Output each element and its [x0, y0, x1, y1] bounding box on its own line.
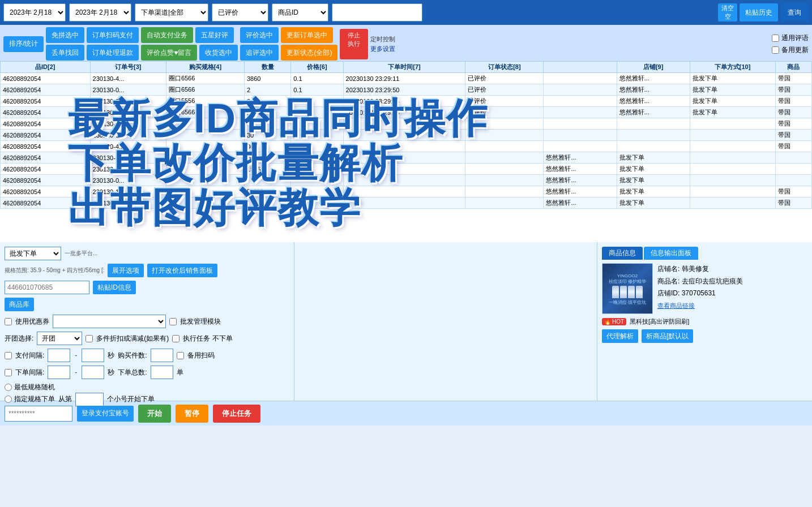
- buy-count-input[interactable]: 2: [151, 349, 173, 362]
- from-value-input[interactable]: 52: [75, 393, 104, 406]
- date-from-select[interactable]: 2023年 2月18日: [3, 3, 66, 22]
- order-interval-checkbox[interactable]: [5, 369, 12, 376]
- table-cell: [166, 118, 244, 130]
- channel-select[interactable]: 下单渠道|全部: [135, 3, 208, 22]
- order-to-input[interactable]: 1: [82, 366, 104, 379]
- follow-review-button[interactable]: 追评选中: [240, 45, 279, 61]
- table-cell: 圈口5556: [166, 96, 244, 107]
- table-cell: [617, 130, 690, 141]
- free-select-button[interactable]: 免拼选中: [46, 27, 84, 43]
- table-cell: 46208892054: [1, 118, 91, 130]
- table-row[interactable]: 46208892054230130-0...圈口656620.120230130…: [1, 107, 812, 118]
- table-cell: [291, 186, 343, 197]
- col-header-extra: [544, 62, 617, 73]
- login-button[interactable]: 登录支付宝账号: [77, 406, 134, 422]
- table-cell: [544, 130, 617, 141]
- radio-item-2: 指定规格下单: [5, 394, 55, 404]
- table-row[interactable]: 46208892054230130-0...圈口656620.120230130…: [1, 84, 812, 96]
- scan-pay-button[interactable]: 订单扫码支付: [87, 27, 139, 43]
- table-cell: [343, 164, 465, 175]
- search-input[interactable]: [332, 3, 422, 22]
- five-star-button[interactable]: 五星好评: [195, 27, 234, 43]
- group-select[interactable]: 开团: [37, 332, 82, 345]
- table-row[interactable]: 46208892054230130-4...圈口656638600.120230…: [1, 73, 812, 84]
- radio-specified-spec[interactable]: [5, 396, 12, 403]
- table-cell: [166, 152, 244, 164]
- shop-id-row: 店铺ID: 370705631: [657, 287, 807, 300]
- update-status-button[interactable]: 更新状态(全部): [281, 45, 337, 61]
- sort-stats-button[interactable]: 排序/统计: [3, 36, 44, 52]
- backup-scan-checkbox[interactable]: [177, 352, 184, 359]
- pause-button[interactable]: 暂停: [176, 405, 208, 423]
- output-panel-tab[interactable]: 信息输出面板: [644, 247, 698, 260]
- review-like-button[interactable]: 评价点赞♥留言: [141, 45, 197, 61]
- receive-select-button[interactable]: 收货选中: [199, 45, 238, 61]
- table-row[interactable]: 46208892054230130-6...30悠然雅轩...批发下单: [1, 152, 812, 164]
- no-order-checkbox[interactable]: [172, 335, 180, 342]
- goods-select[interactable]: 商品ID: [272, 3, 328, 22]
- table-row[interactable]: 46208892054230130-4...悠然雅轩...批发下单带国: [1, 197, 812, 209]
- table-cell: [166, 197, 244, 209]
- open-panel-btn[interactable]: 打开改价后销售面板: [147, 264, 217, 277]
- pay-to-input[interactable]: 1: [82, 349, 104, 362]
- backup-scan-label: 备用扫码: [187, 351, 215, 360]
- query-button[interactable]: 查询: [780, 3, 809, 22]
- product-link[interactable]: 查看商品链接: [657, 302, 695, 309]
- product-info-tab[interactable]: 商品信息: [602, 247, 643, 260]
- pay-interval-checkbox[interactable]: [5, 352, 12, 359]
- table-cell: [291, 197, 343, 209]
- order-mode-select[interactable]: 批发下单: [5, 247, 61, 260]
- generic-review-checkbox[interactable]: [772, 35, 779, 42]
- multi-discount-checkbox[interactable]: [86, 335, 93, 342]
- stop-button[interactable]: 停止任务: [213, 405, 260, 423]
- table-cell: 230130-4...: [90, 73, 166, 84]
- table-cell: 230130-1...: [90, 186, 166, 197]
- review-select-button[interactable]: 评价选中: [240, 27, 279, 43]
- stop-execute-button[interactable]: 停止执行: [340, 29, 368, 59]
- hot-badge: 🔥HOT: [602, 318, 626, 325]
- order-total-input[interactable]: 51: [151, 366, 173, 379]
- clear-button[interactable]: 清空 空: [718, 3, 737, 22]
- auto-pay-button[interactable]: 自动支付业务: [141, 27, 193, 43]
- table-cell: [343, 197, 465, 209]
- table-cell: 批发下单: [690, 96, 775, 107]
- date-to-select[interactable]: 2023年 2月18日: [69, 3, 131, 22]
- table-row[interactable]: 46208892054230130-0...悠然雅轩...批发下单: [1, 175, 812, 186]
- refund-button[interactable]: 订单处理退款: [87, 45, 139, 61]
- lost-order-button[interactable]: 丢单找回: [46, 45, 84, 61]
- table-cell: 已评价: [465, 96, 544, 107]
- shop-name-row: 店铺名: 韩美修复: [657, 263, 807, 276]
- table-row[interactable]: 46208892054230130-1...口618悠然雅轩...批发下单带国: [1, 186, 812, 197]
- order-from-input[interactable]: 1: [48, 366, 70, 379]
- agency-row: 代理解析 析商品[默认以: [602, 329, 807, 343]
- password-input[interactable]: [5, 406, 72, 422]
- start-button[interactable]: 开始: [138, 405, 171, 423]
- product-image: YINGOO2祛痘淡印 修护精华 一晚消痘·填平痘坑: [602, 263, 653, 314]
- order-interval-row: 下单间隔: 1 - 1 秒 下单总数: 51 单: [5, 366, 289, 379]
- coupon-select[interactable]: [53, 315, 166, 328]
- table-cell: 46208892054: [1, 164, 91, 175]
- paste-history-button[interactable]: 粘贴历史: [740, 3, 778, 22]
- table-row[interactable]: 46208892054230130-0...带国: [1, 118, 812, 130]
- radio-lowest-spec[interactable]: [5, 384, 12, 391]
- status-select[interactable]: 已评价: [212, 3, 268, 22]
- update-order-button[interactable]: 更新订单选中: [281, 27, 333, 43]
- table-cell: 230130-0...: [90, 107, 166, 118]
- backup-update-checkbox[interactable]: [772, 46, 779, 54]
- expand-btn[interactable]: 展开选项: [108, 264, 144, 277]
- table-cell: [465, 152, 544, 164]
- table-row[interactable]: 46208892054230130-5...15758悠然雅轩...批发下单: [1, 164, 812, 175]
- coupon-checkbox[interactable]: [5, 318, 12, 325]
- id-input[interactable]: [5, 281, 89, 294]
- settings-box: 定时控制 更多设置: [370, 35, 395, 53]
- warehouse-button[interactable]: 商品库: [5, 298, 34, 311]
- table-row[interactable]: 46208892054230130-3...圈口555620.120230130…: [1, 96, 812, 107]
- paste-id-button[interactable]: 粘贴ID信息: [93, 281, 136, 294]
- pay-from-input[interactable]: 1: [48, 349, 70, 362]
- wholesale-checkbox[interactable]: [169, 318, 177, 325]
- spec-info-row: 规格范围: 35.9 - 50mg + 四方性/56mg [: 展开选项 打开改…: [5, 264, 289, 277]
- table-row[interactable]: 46208892054230130-3...30带国: [1, 130, 812, 141]
- agency-button[interactable]: 代理解析: [602, 329, 638, 343]
- table-row[interactable]: 46208892054230130-4...30带国: [1, 141, 812, 152]
- analyze-btn[interactable]: 析商品[默认以: [642, 329, 693, 343]
